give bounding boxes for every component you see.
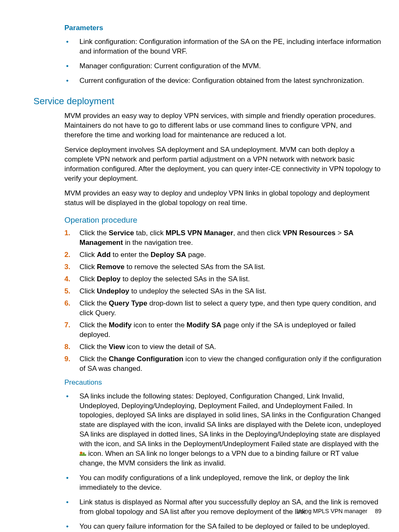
service-deployment-heading: Service deployment: [33, 95, 381, 108]
bold-term: MPLS VPN Manager: [166, 229, 233, 237]
step-text: Click the: [79, 343, 109, 351]
bold-term: Deploy: [97, 275, 121, 283]
step-item: Click the Modify icon to enter the Modif…: [64, 321, 381, 340]
page-footer: Using MPLS VPN manager 89: [297, 507, 381, 515]
step-text: >: [335, 229, 343, 237]
step-text: Click: [79, 275, 97, 283]
bold-term: Add: [97, 251, 111, 259]
operation-steps: Click the Service tab, click MPLS VPN Ma…: [64, 229, 381, 373]
parameters-list: Link configuration: Configuration inform…: [64, 37, 381, 86]
step-text: Click the: [79, 355, 109, 363]
bold-term: Change Configuration: [109, 355, 183, 363]
step-text: Click: [79, 287, 97, 295]
step-text: tab, click: [134, 229, 166, 237]
step-text: to undeploy the selected SAs in the SA l…: [129, 287, 266, 295]
step-text: Click the: [79, 229, 109, 237]
body-paragraph: Service deployment involves SA deploymen…: [64, 145, 381, 184]
bold-term: Service: [109, 229, 134, 237]
bold-term: Modify: [109, 321, 132, 329]
step-text: , and then click: [233, 229, 283, 237]
step-item: Click Undeploy to undeploy the selected …: [64, 287, 381, 296]
step-item: Click Remove to remove the selected SAs …: [64, 262, 381, 272]
list-item-text: Manager configuration: Current configura…: [79, 62, 261, 70]
list-item: You can query failure information for th…: [64, 522, 381, 532]
precautions-heading: Precautions: [64, 378, 381, 388]
deployment-failed-icon: [79, 450, 86, 456]
list-item-text: Current configuration of the device: Con…: [79, 77, 364, 85]
list-item: SA links include the following states: D…: [64, 392, 381, 469]
list-item: Manager configuration: Current configura…: [64, 62, 381, 71]
list-item-text: You can modify configurations of a link …: [79, 474, 349, 491]
step-text: page.: [186, 251, 206, 259]
list-item: Current configuration of the device: Con…: [64, 76, 381, 86]
bold-term: Undeploy: [97, 287, 129, 295]
bold-term: Remove: [97, 263, 125, 271]
step-item: Click the View icon to view the detail o…: [64, 342, 381, 352]
svg-rect-0: [79, 454, 86, 456]
step-text: to enter the: [111, 251, 151, 259]
step-text: to deploy the selected SAs in the SA lis…: [120, 275, 250, 283]
step-text: Click: [79, 263, 97, 271]
body-paragraph: MVM provides an easy way to deploy VPN s…: [64, 111, 381, 140]
svg-point-1: [80, 452, 82, 454]
list-item: You can modify configurations of a link …: [64, 473, 381, 493]
step-item: Click Add to enter the Deploy SA page.: [64, 250, 381, 260]
step-text: icon to view the detail of SA.: [125, 343, 216, 351]
operation-procedure-heading: Operation procedure: [64, 215, 381, 226]
bold-term: VPN Resources: [283, 229, 336, 237]
list-item-text: You can query failure information for th…: [79, 522, 370, 530]
step-text: to remove the selected SAs from the SA l…: [125, 263, 265, 271]
bold-term: Deploy SA: [151, 251, 186, 259]
page-number: 89: [375, 508, 381, 514]
svg-point-2: [83, 452, 85, 455]
bold-term: Modify SA: [187, 321, 221, 329]
step-text: Click the: [79, 321, 109, 329]
step-item: Click the Service tab, click MPLS VPN Ma…: [64, 229, 381, 248]
step-text: Click the: [79, 299, 109, 307]
step-item: Click the Change Configuration icon to v…: [64, 355, 381, 374]
step-text: Click: [79, 251, 97, 259]
step-text: icon to enter the: [132, 321, 187, 329]
bold-term: View: [109, 343, 125, 351]
list-item-text: SA links include the following states: D…: [79, 392, 381, 448]
list-item-text: icon. When an SA link no longer belongs …: [79, 450, 358, 467]
list-item-text: Link configuration: Configuration inform…: [79, 38, 381, 55]
list-item: Link configuration: Configuration inform…: [64, 37, 381, 57]
document-page: Parameters Link configuration: Configura…: [0, 0, 399, 532]
parameters-heading: Parameters: [64, 23, 381, 33]
body-paragraph: MVM provides an easy way to deploy and u…: [64, 189, 381, 208]
bold-term: Query Type: [109, 299, 147, 307]
step-text: in the navigation tree.: [123, 239, 193, 247]
step-item: Click Deploy to deploy the selected SAs …: [64, 275, 381, 284]
step-item: Click the Query Type drop-down list to s…: [64, 299, 381, 318]
footer-text: Using MPLS VPN manager: [297, 508, 368, 514]
